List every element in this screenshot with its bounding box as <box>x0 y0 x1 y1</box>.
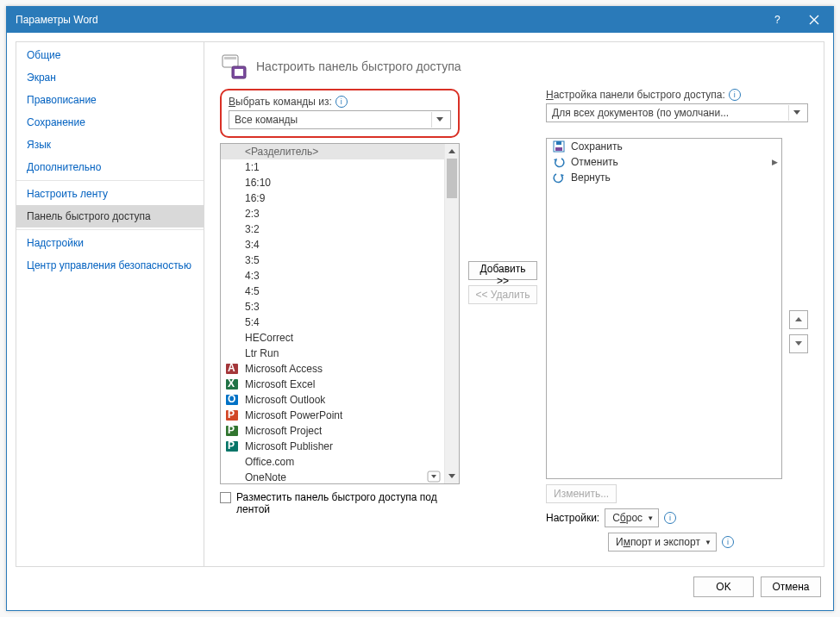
choose-commands-combo[interactable]: Все команды <box>229 110 451 129</box>
command-item[interactable]: Office.com <box>221 454 444 470</box>
command-item[interactable]: 5:3 <box>221 299 444 315</box>
blank-icon <box>226 238 240 252</box>
command-item[interactable]: 3:4 <box>221 237 444 252</box>
command-item[interactable]: OneNote <box>221 470 444 483</box>
close-button[interactable] <box>795 7 833 33</box>
command-item[interactable]: PMicrosoft Project <box>221 423 444 439</box>
add-button[interactable]: Добавить >> <box>468 261 537 280</box>
svg-rect-20 <box>556 141 561 145</box>
qat-label: Сохранить <box>571 140 623 153</box>
outlook-icon: O <box>226 393 240 407</box>
sidebar-item-language[interactable]: Язык <box>16 134 204 156</box>
blank-icon <box>226 253 240 267</box>
command-label: Microsoft Project <box>245 425 322 437</box>
cancel-button[interactable]: Отмена <box>761 576 821 597</box>
command-item[interactable]: 4:3 <box>221 268 444 284</box>
sidebar-item-advanced[interactable]: Дополнительно <box>16 156 204 178</box>
combo-value: Все команды <box>235 114 298 126</box>
sidebar-item-display[interactable]: Экран <box>16 66 204 89</box>
command-label: 3:5 <box>245 254 260 266</box>
command-label: Microsoft Outlook <box>245 394 325 406</box>
svg-text:P: P <box>228 424 235 436</box>
highlight-outline: Выбрать команды из: i Все команды <box>220 89 460 138</box>
customize-qat-combo[interactable]: Для всех документов (по умолчани... <box>546 103 808 122</box>
command-label: 4:3 <box>245 270 260 282</box>
blank-icon <box>226 269 240 283</box>
blank-icon <box>226 471 240 483</box>
svg-rect-2 <box>224 57 236 59</box>
ok-button[interactable]: OK <box>693 576 754 597</box>
command-item[interactable]: 4:5 <box>221 284 444 299</box>
command-item[interactable]: Ltr Run <box>221 346 444 361</box>
qat-item[interactable]: Отменить▶ <box>547 154 781 170</box>
svg-text:A: A <box>228 362 235 374</box>
blank-icon <box>226 284 240 298</box>
chevron-down-icon <box>788 105 804 121</box>
submenu-caret-icon: ▶ <box>772 158 778 166</box>
svg-text:?: ? <box>774 14 780 26</box>
svg-text:P: P <box>228 408 235 421</box>
move-up-button[interactable] <box>789 310 808 329</box>
combo-value: Для всех документов (по умолчани... <box>552 107 729 119</box>
sidebar-item-general[interactable]: Общие <box>16 44 204 66</box>
command-item[interactable]: AMicrosoft Access <box>221 361 444 377</box>
modify-button[interactable]: Изменить... <box>546 484 617 503</box>
command-item[interactable]: 2:3 <box>221 206 444 221</box>
command-item[interactable]: 5:4 <box>221 315 444 330</box>
command-item[interactable]: PMicrosoft Publisher <box>221 439 444 454</box>
sidebar-item-addins[interactable]: Надстройки <box>16 232 204 254</box>
excel-icon: X <box>226 377 240 391</box>
powerpoint-icon: P <box>226 408 240 422</box>
sidebar-item-trust-center[interactable]: Центр управления безопасностью <box>16 254 204 277</box>
command-label: Microsoft PowerPoint <box>245 409 342 421</box>
sidebar-item-proofing[interactable]: Правописание <box>16 89 204 111</box>
window-title: Параметры Word <box>16 14 757 26</box>
command-item[interactable]: OMicrosoft Outlook <box>221 392 444 408</box>
sidebar-item-save[interactable]: Сохранение <box>16 111 204 134</box>
command-label: 3:4 <box>245 239 260 251</box>
command-item[interactable]: HECorrect <box>221 330 444 346</box>
remove-button[interactable]: << Удалить <box>468 285 537 304</box>
blank-icon <box>226 191 240 205</box>
command-item[interactable]: 16:9 <box>221 190 444 206</box>
access-icon: A <box>226 362 240 376</box>
move-down-button[interactable] <box>789 334 808 353</box>
info-icon: i <box>722 536 734 548</box>
blank-icon <box>226 300 240 314</box>
blank-icon <box>226 331 240 345</box>
sidebar-item-customize-ribbon[interactable]: Настроить ленту <box>16 183 204 205</box>
command-item[interactable]: 3:2 <box>221 221 444 237</box>
reset-button[interactable]: Сброс ▼ <box>605 508 659 527</box>
command-label: 5:4 <box>245 316 260 328</box>
page-title: Настроить панель быстрого доступа <box>256 59 461 73</box>
scroll-up-icon[interactable] <box>445 144 459 159</box>
qat-item[interactable]: Сохранить <box>547 139 781 154</box>
info-icon: i <box>335 96 348 108</box>
command-item[interactable]: XMicrosoft Excel <box>221 377 444 392</box>
command-item[interactable]: <Разделитель> <box>221 144 444 159</box>
command-item[interactable]: 16:10 <box>221 175 444 190</box>
scroll-down-icon[interactable] <box>445 469 459 483</box>
command-label: 3:2 <box>245 223 260 235</box>
available-commands-list[interactable]: <Разделитель>1:116:1016:92:33:23:43:54:3… <box>220 143 460 484</box>
command-label: Microsoft Excel <box>245 378 315 390</box>
category-sidebar: Общие Экран Правописание Сохранение Язык… <box>16 41 204 567</box>
command-item[interactable]: 3:5 <box>221 252 444 268</box>
command-item[interactable]: 1:1 <box>221 159 444 175</box>
import-export-button[interactable]: Импорт и экспорт ▼ <box>608 533 717 552</box>
current-qat-list[interactable]: СохранитьОтменить▶Вернуть <box>546 138 782 479</box>
help-button[interactable]: ? <box>757 7 795 33</box>
close-icon <box>809 15 819 25</box>
command-label: Microsoft Access <box>245 363 323 375</box>
show-below-ribbon-checkbox[interactable] <box>220 492 231 503</box>
command-label: 4:5 <box>245 285 260 297</box>
info-icon: i <box>664 512 676 524</box>
qat-item[interactable]: Вернуть <box>547 170 781 185</box>
dropdown-indicator-icon <box>427 471 441 484</box>
sidebar-item-quick-access[interactable]: Панель быстрого доступа <box>16 205 204 227</box>
info-icon: i <box>729 89 741 101</box>
command-item[interactable]: PMicrosoft PowerPoint <box>221 408 444 423</box>
left-scrollbar[interactable] <box>444 144 459 483</box>
svg-rect-4 <box>235 69 243 76</box>
publisher-icon: P <box>226 439 240 453</box>
